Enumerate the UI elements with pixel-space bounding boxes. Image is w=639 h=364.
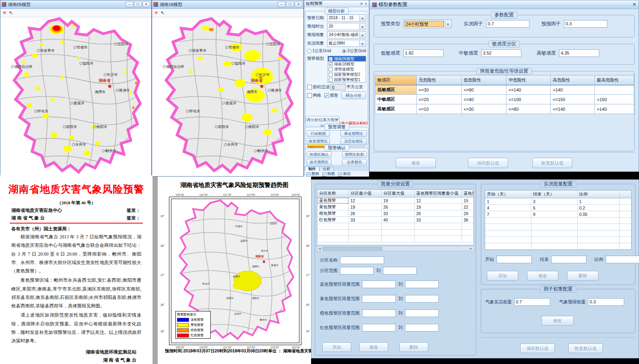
tab-make[interactable]: 制作 [305, 167, 319, 171]
checkbox-checked[interactable]: ✔ [329, 57, 333, 61]
actual-rain-select[interactable]: 截止08时 ▼ [327, 40, 366, 47]
checkbox[interactable] [329, 73, 333, 77]
actual-modify-button[interactable]: 修改 [527, 271, 558, 281]
minimize-button[interactable]: — [126, 2, 133, 7]
scroll-left-icon[interactable]: ◄ [317, 247, 322, 250]
table-row[interactable]: 橙色预警 26 33 26 29 [317, 210, 474, 217]
table-row[interactable]: 蓝色预警 12 19 12 15 [317, 197, 474, 204]
cell[interactable]: 1 [578, 198, 620, 205]
checkbox-checked[interactable]: ✔ [329, 62, 333, 66]
column-header[interactable]: 敏感区 [375, 75, 417, 85]
forecast-hour-select[interactable]: 20 ▼ [327, 23, 366, 30]
column-header[interactable]: 中危险性 [507, 75, 551, 85]
admin-snapshot-button[interactable]: 行政截图 [307, 130, 330, 137]
actual-add-button[interactable]: 添加 [487, 271, 518, 281]
model-item[interactable]: ✔ 湖南18模型 [328, 61, 366, 67]
horizontal-scrollbar[interactable]: ◄ ► [317, 246, 474, 251]
cell[interactable]: <=20 [417, 95, 462, 104]
model-item[interactable]: 潜势值模型 [328, 67, 366, 72]
window-titlebar[interactable]: 湖南05模型 — ▢ ✕ [0, 0, 151, 9]
label-checkbox[interactable]: ✔ [338, 173, 342, 177]
window-titlebar[interactable]: 湖南18模型 — ▢ ✕ [152, 0, 303, 9]
cell[interactable]: <=90 [462, 85, 507, 95]
cell[interactable]: <=40 [462, 95, 507, 104]
save-defaults-button[interactable]: 保存默认值 [520, 344, 555, 353]
save-warning-zone-button[interactable]: 保存预警区 [307, 159, 332, 165]
table-row[interactable]: 4 6 0.2 [485, 205, 631, 211]
cell[interactable]: 33 [349, 217, 382, 223]
column-header[interactable]: 开始（天） [485, 191, 531, 198]
warning-date-select[interactable]: 2018 - 11 - 15 ▼ [327, 14, 366, 22]
cell[interactable]: 19 [382, 197, 415, 204]
cell[interactable]: 7 [485, 211, 531, 218]
draw-zone-confirm-button[interactable]: 绘图区确认 [307, 151, 332, 158]
table-row[interactable]: 红色预警 33 40 33 36 [317, 217, 474, 223]
cell[interactable]: 4 [485, 205, 531, 211]
cell[interactable]: 26 [382, 204, 415, 210]
cell[interactable]: <=80 [507, 104, 551, 114]
weight-modify-button[interactable]: 修改 [541, 316, 574, 325]
yellow-range-min-input[interactable] [362, 295, 396, 303]
ratio-input[interactable] [606, 256, 639, 263]
cell[interactable]: 9 [531, 211, 578, 218]
cell[interactable]: <=140 [507, 85, 551, 95]
chevron-down-icon[interactable]: ▼ [445, 20, 451, 27]
chevron-down-icon[interactable]: ▼ [359, 24, 365, 29]
model-item[interactable]: ✔ 湖南06模型 [328, 56, 366, 61]
restore-warning-zone-button[interactable]: 恢复预警区 [307, 138, 330, 144]
red-range-min-input[interactable] [362, 324, 396, 331]
restore-defaults-button[interactable]: 恢复默认值 [568, 344, 603, 353]
maximize-button[interactable]: ▢ [286, 2, 294, 7]
border-color-button[interactable]: 边界颜色 [342, 159, 367, 165]
column-header[interactable]: 蓝色预 [462, 190, 474, 197]
column-header[interactable]: 结束（天） [531, 191, 578, 198]
close-icon[interactable]: ✕ [633, 2, 636, 7]
cell[interactable]: <=30 [417, 85, 462, 95]
cell[interactable]: 19 [349, 204, 382, 210]
chevron-down-icon[interactable]: ▼ [359, 32, 365, 38]
start-input[interactable] [497, 256, 532, 263]
cell[interactable]: <=10 [417, 104, 462, 114]
cell[interactable]: 33 [382, 210, 415, 217]
cell[interactable]: 中敏感区 [375, 95, 417, 104]
chevron-down-icon[interactable]: ▼ [359, 41, 365, 46]
modify-warning-zone-button[interactable]: 修改预警区 [340, 130, 367, 137]
model-checklist[interactable]: ✔ 湖南06模型 ✔ 湖南18模型 潜势值模型 国家预警模型2 国家预警模型1 [328, 56, 366, 83]
rain-grade-table[interactable]: 分区名称 分区最小值 分区最大值 蓝色预警区雨量最小值 蓝色预 蓝色预警 12 … [317, 189, 474, 242]
dialog-titlebar[interactable]: 模型参数配置 ✕ [370, 0, 639, 9]
coupled-analysis-button[interactable]: 耦合分析 [341, 92, 366, 99]
pin-icon[interactable]: ▼ [360, 2, 363, 6]
warning-zone-refresh-button[interactable]: 预警区刷新 [342, 151, 367, 158]
close-icon[interactable]: ✕ [364, 2, 367, 6]
low-sens-input[interactable]: 1.82 [403, 49, 444, 57]
column-header[interactable] [620, 191, 631, 198]
grade-add-button[interactable]: 添加 [322, 342, 351, 352]
forecast-rain-select[interactable]: 24小时预报-领班 ▼ [327, 31, 366, 39]
map-canvas-hunan18[interactable]: ◎湘西自治州 ◎张家界市 ◎常德市 ◎益阳市 ◎岳阳市 ◎长沙市 ◎株洲市 湘潭… [152, 17, 303, 176]
cell[interactable]: 6 [531, 205, 578, 211]
mapping-checkbox[interactable]: ✔ [322, 173, 326, 177]
blue-range-min-input[interactable] [362, 281, 396, 288]
column-header[interactable]: 蓝色预警区雨量最小值 [415, 190, 462, 197]
cell[interactable]: <=100 [507, 95, 551, 104]
end-input[interactable] [551, 256, 586, 263]
cell[interactable]: 22 [462, 204, 474, 210]
area-filter-checkbox[interactable] [307, 85, 312, 89]
layers-icon[interactable]: ✳ [2, 10, 6, 16]
graph-checkbox[interactable]: ✔ [324, 93, 329, 98]
orange-range-min-input[interactable] [362, 309, 396, 317]
cell[interactable]: 0.2 [578, 205, 620, 211]
cell[interactable]: 26 [415, 210, 462, 217]
layers-icon[interactable]: ✳ [154, 10, 158, 16]
column-header[interactable]: 比例 [578, 191, 620, 198]
zone-name-input[interactable] [340, 256, 384, 264]
radio-2km-grid[interactable] [342, 49, 346, 53]
restore-defaults-button[interactable]: 恢复默认值 [532, 158, 572, 168]
cell[interactable]: <=30 [462, 104, 507, 114]
column-header[interactable]: 无危险性 [417, 75, 462, 85]
scroll-right-icon[interactable]: ► [468, 247, 474, 250]
zone-range-min-input[interactable] [340, 267, 374, 275]
cursor-icon[interactable]: ↖ [9, 10, 13, 16]
forecast-factor-input[interactable]: 0.3 [564, 20, 607, 28]
grid-checkbox[interactable] [307, 93, 312, 98]
